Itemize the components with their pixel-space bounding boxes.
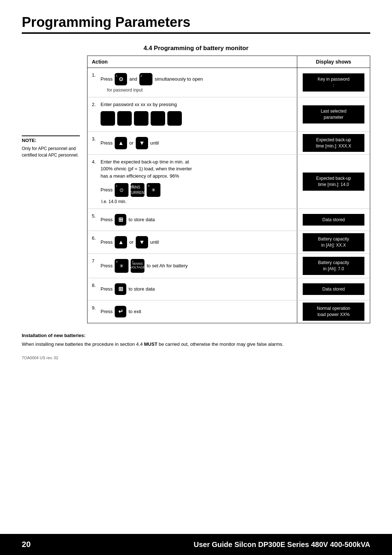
press-text-4: Press xyxy=(101,186,113,194)
display-badge-4: Expected back-uptime [min.]: 14.0 xyxy=(303,173,364,191)
table-row-9: 9. Press ↵ to exit Normal operationload … xyxy=(87,300,370,323)
down-arrow-key-2: ▼ xyxy=(136,236,148,248)
press-text-8: Press xyxy=(101,285,113,293)
sub-text-1: for password input xyxy=(107,87,293,93)
main-layout: NOTE: Only for APC personnel and certifi… xyxy=(22,56,370,323)
dark-rect-key: 2 xyxy=(139,73,152,85)
step-num-4: 4. xyxy=(92,158,98,166)
step-num-9: 9. xyxy=(92,304,98,312)
simultaneous-text: simultaneously to open xyxy=(155,76,203,83)
press-text-1: Press xyxy=(101,76,113,83)
clock-key: 1 ⊙ xyxy=(115,73,127,85)
store-key-2: ⊞ xyxy=(115,283,126,295)
step-num-6: 6. xyxy=(92,235,98,242)
display-cell-7: Battery capacityin [Ah]: 7.0 xyxy=(297,254,370,278)
display-cell-5: Data stored xyxy=(297,209,370,231)
display-cell-8: Data stored xyxy=(297,278,370,300)
table-row-6: 6. Press ▲ or ▼ until Bat xyxy=(87,231,370,254)
page-title: Programming Parameters xyxy=(22,15,370,30)
display-cell-6: Battery capacityin [Ah]: XX.X xyxy=(297,231,370,254)
down-arrow-key: ▼ xyxy=(136,137,148,149)
step-num-1: 1. xyxy=(92,72,98,79)
display-badge-8: Data stored xyxy=(303,283,364,295)
mains-voltage-key: 7 MAINSVOLTAGE xyxy=(131,259,144,273)
and-text: and xyxy=(129,76,137,83)
until-text-3: until xyxy=(150,139,159,147)
mains-current-key: 4 MAINSCURRENT xyxy=(131,183,144,197)
section-heading: 4.4 Programming of battery monitor xyxy=(22,45,370,52)
table-row-2: 2. Enter password xx xx xx by pressing xyxy=(87,97,370,132)
step-num-3: 3. xyxy=(92,135,98,143)
display-cell-9: Normal operationload power XX% xyxy=(297,300,370,323)
step2-text: Enter password xx xx xx by pressing xyxy=(101,101,293,108)
table-row-4: 4. Enter the expected back-up time in mi… xyxy=(87,155,370,209)
pw-key-2 xyxy=(117,111,132,126)
exit-text: to exit xyxy=(128,308,141,315)
table-row: 1. Press 1 ⊙ and 2 xyxy=(87,68,370,97)
action-cell-4: 4. Enter the expected back-up time in mi… xyxy=(87,155,297,209)
action-cell-1: 1. Press 1 ⊙ and 2 xyxy=(87,68,297,97)
table-row-7: 7 Press 0 ✳ 7 xyxy=(87,254,370,278)
store-text-5: to store data xyxy=(128,216,155,223)
step-num-2: 2. xyxy=(92,101,98,108)
display-cell-2: Last selectedparameter xyxy=(297,97,370,131)
or-text-6: or xyxy=(129,239,134,246)
display-header: Display shows xyxy=(297,56,370,68)
store-key-1: ⊞ xyxy=(115,214,126,226)
display-badge-3: Expected back-uptime [min.]: XXX.X xyxy=(303,134,364,152)
up-arrow-key: ▲ xyxy=(115,137,127,149)
ie-text-4: I.e. 14.0 min. xyxy=(101,198,293,205)
page: Programming Parameters 4.4 Programming o… xyxy=(0,0,392,360)
press-text-3: Press xyxy=(101,139,113,147)
store-text-8: to store data xyxy=(128,285,155,293)
instruction-table: Action Display shows 1. Press 1 ⊙ xyxy=(87,56,370,323)
note-text: Only for APC personnel and certified loc… xyxy=(22,145,80,158)
table-row-8: 8. Press ⊞ to store data Data stored xyxy=(87,278,370,300)
set-ah-text: to set Ah for battery xyxy=(147,262,188,270)
up-arrow-key-2: ▲ xyxy=(115,236,127,248)
star-key-1: 0 ✳ xyxy=(147,183,160,197)
table-header: Action Display shows xyxy=(87,56,370,68)
or-text-3: or xyxy=(129,139,134,147)
password-key-row xyxy=(101,111,293,126)
press-text-9: Press xyxy=(101,308,113,315)
step-num-5: 5. xyxy=(92,212,98,220)
action-cell-2: 2. Enter password xx xx xx by pressing xyxy=(87,97,297,131)
press-text-5: Press xyxy=(101,216,113,223)
display-cell-1: Key in password: xyxy=(297,68,370,97)
display-badge-2: Last selectedparameter xyxy=(303,105,364,123)
note-label: NOTE: xyxy=(22,135,80,143)
installation-text: When installing new batteries the proced… xyxy=(22,341,370,348)
action-header: Action xyxy=(87,56,297,68)
enter-key: ↵ xyxy=(115,306,126,317)
action-cell-9: 9. Press ↵ to exit xyxy=(87,300,297,323)
display-cell-3: Expected back-uptime [min.]: XXX.X xyxy=(297,132,370,154)
display-badge-7: Battery capacityin [Ah]: 7.0 xyxy=(303,257,364,275)
table-row-5: 5. Press ⊞ to store data Data stored xyxy=(87,209,370,231)
footer: 20 User Guide Silcon DP300E Series 480V … xyxy=(0,534,392,555)
step-num-8: 8. xyxy=(92,282,98,289)
action-cell-6: 6. Press ▲ or ▼ until xyxy=(87,231,297,254)
footer-title: User Guide Silcon DP300E Series 480V 400… xyxy=(193,540,370,549)
star-key-2: 0 ✳ xyxy=(115,259,128,273)
display-badge-1: Key in password: xyxy=(303,73,364,92)
left-note: NOTE: Only for APC personnel and certifi… xyxy=(22,135,80,158)
step4-text: Enter the expected back-up time in min. … xyxy=(101,158,293,180)
clock-key-2: 1 ⊙ xyxy=(115,183,128,197)
display-badge-9: Normal operationload power XX% xyxy=(303,303,364,321)
pw-key-4 xyxy=(151,111,165,126)
display-cell-4: Expected back-uptime [min.]: 14.0 xyxy=(297,155,370,209)
table-row-3: 3. Press ▲ or ▼ until Exp xyxy=(87,132,370,155)
doc-ref: 7OA0004 US rev. 02 xyxy=(22,356,370,360)
action-cell-7: 7 Press 0 ✳ 7 xyxy=(87,254,297,278)
display-badge-5: Data stored xyxy=(303,214,364,226)
pw-key-5 xyxy=(167,111,182,126)
pw-key-3 xyxy=(134,111,148,126)
footer-page-num: 20 xyxy=(22,540,30,549)
press-text-6: Press xyxy=(101,239,113,246)
press-text-7: Press xyxy=(101,262,113,270)
pw-key-1 xyxy=(101,111,115,126)
until-text-6: until xyxy=(150,239,159,246)
action-cell-3: 3. Press ▲ or ▼ until xyxy=(87,132,297,154)
action-cell-5: 5. Press ⊞ to store data xyxy=(87,209,297,231)
